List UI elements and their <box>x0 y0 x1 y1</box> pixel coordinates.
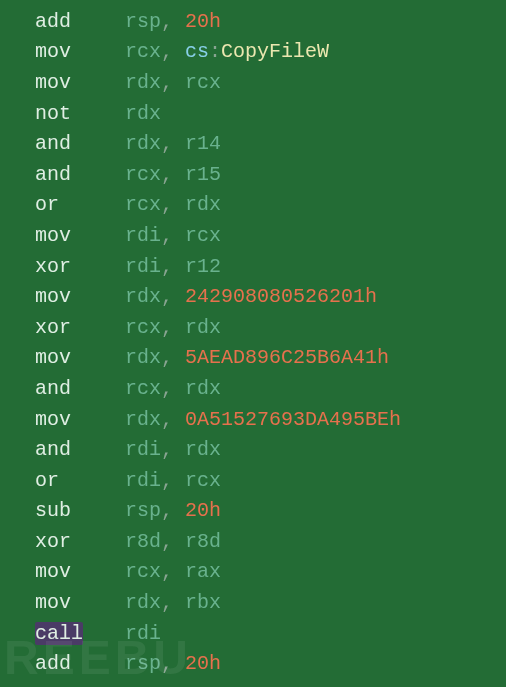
instruction-col: and <box>35 132 125 155</box>
instruction-col: call <box>35 622 125 645</box>
instruction-mnemonic: mov <box>35 560 71 583</box>
instruction-col: mov <box>35 40 125 63</box>
instruction-mnemonic: mov <box>35 224 71 247</box>
asm-line[interactable]: movrcx, cs:CopyFileW <box>0 37 506 68</box>
asm-line[interactable]: andrdi, rdx <box>0 434 506 465</box>
register-token: rdx <box>125 285 161 308</box>
instruction-mnemonic: mov <box>35 346 71 369</box>
register-token: rcx <box>125 193 161 216</box>
register-token: rdx <box>185 377 221 400</box>
punct-token: , <box>161 591 185 614</box>
instruction-mnemonic: xor <box>35 255 71 278</box>
asm-line[interactable]: xorrdi, r12 <box>0 251 506 282</box>
register-token: r12 <box>185 255 221 278</box>
register-token: rdx <box>185 316 221 339</box>
number-token: 20h <box>185 652 221 675</box>
register-token: r8d <box>185 530 221 553</box>
segment-token: cs <box>185 40 209 63</box>
register-token: rdx <box>125 71 161 94</box>
instruction-col: mov <box>35 560 125 583</box>
asm-line[interactable]: movrdx, rbx <box>0 587 506 618</box>
instruction-mnemonic: xor <box>35 316 71 339</box>
punct-token: , <box>161 316 185 339</box>
asm-line[interactable]: notrdx <box>0 98 506 129</box>
register-token: rdx <box>125 408 161 431</box>
asm-line[interactable]: andrdx, r14 <box>0 128 506 159</box>
disassembly-listing: addrsp, 20hmovrcx, cs:CopyFileWmovrdx, r… <box>0 0 506 679</box>
register-token: r8d <box>125 530 161 553</box>
register-token: rdx <box>125 132 161 155</box>
instruction-col: xor <box>35 530 125 553</box>
asm-line[interactable]: orrcx, rdx <box>0 190 506 221</box>
punct-token: , <box>161 499 185 522</box>
punct-token: , <box>161 408 185 431</box>
punct-token: , <box>161 163 185 186</box>
asm-line[interactable]: callrdi <box>0 618 506 649</box>
asm-line[interactable]: orrdi, rcx <box>0 465 506 496</box>
register-token: r14 <box>185 132 221 155</box>
register-token: rdi <box>125 255 161 278</box>
number-token: 20h <box>185 499 221 522</box>
register-token: rdx <box>185 193 221 216</box>
instruction-col: mov <box>35 285 125 308</box>
register-token: rdx <box>125 346 161 369</box>
instruction-mnemonic: xor <box>35 530 71 553</box>
register-token: rcx <box>125 377 161 400</box>
register-token: rbx <box>185 591 221 614</box>
asm-line[interactable]: movrdx, rcx <box>0 67 506 98</box>
punct-token: , <box>161 530 185 553</box>
instruction-mnemonic: sub <box>35 499 71 522</box>
register-token: rcx <box>185 469 221 492</box>
asm-line[interactable]: addrsp, 20h <box>0 6 506 37</box>
register-token: rdi <box>125 438 161 461</box>
asm-line[interactable]: movrcx, rax <box>0 557 506 588</box>
asm-line[interactable]: movrdx, 0A51527693DA495BEh <box>0 404 506 435</box>
punct-token: , <box>161 71 185 94</box>
register-token: rdi <box>125 622 161 645</box>
instruction-mnemonic: mov <box>35 40 71 63</box>
punct-token: , <box>161 40 185 63</box>
asm-line[interactable]: movrdi, rcx <box>0 220 506 251</box>
instruction-mnemonic: mov <box>35 285 71 308</box>
asm-line[interactable]: movrdx, 242908080526201h <box>0 281 506 312</box>
number-token: 242908080526201h <box>185 285 377 308</box>
asm-line[interactable]: xorr8d, r8d <box>0 526 506 557</box>
instruction-mnemonic: add <box>35 652 71 675</box>
asm-line[interactable]: subrsp, 20h <box>0 496 506 527</box>
register-token: rsp <box>125 499 161 522</box>
instruction-col: sub <box>35 499 125 522</box>
instruction-mnemonic: and <box>35 132 71 155</box>
register-token: rdx <box>185 438 221 461</box>
punct-token: , <box>161 377 185 400</box>
punct-token: , <box>161 193 185 216</box>
asm-line[interactable]: andrcx, rdx <box>0 373 506 404</box>
instruction-col: not <box>35 102 125 125</box>
punct-token: , <box>161 224 185 247</box>
asm-line[interactable]: addrsp, 20h <box>0 648 506 679</box>
number-token: 5AEAD896C25B6A41h <box>185 346 389 369</box>
instruction-col: or <box>35 469 125 492</box>
register-token: r15 <box>185 163 221 186</box>
register-token: rcx <box>185 224 221 247</box>
instruction-col: add <box>35 10 125 33</box>
number-token: 20h <box>185 10 221 33</box>
punct-token: : <box>209 40 221 63</box>
instruction-col: and <box>35 163 125 186</box>
instruction-col: add <box>35 652 125 675</box>
punct-token: , <box>161 469 185 492</box>
instruction-col: xor <box>35 316 125 339</box>
register-token: rdx <box>125 591 161 614</box>
instruction-mnemonic: or <box>35 469 59 492</box>
asm-line[interactable]: movrdx, 5AEAD896C25B6A41h <box>0 343 506 374</box>
instruction-col: mov <box>35 408 125 431</box>
asm-line[interactable]: xorrcx, rdx <box>0 312 506 343</box>
instruction-mnemonic: mov <box>35 591 71 614</box>
punct-token: , <box>161 255 185 278</box>
register-token: rdi <box>125 469 161 492</box>
punct-token: , <box>161 10 185 33</box>
asm-line[interactable]: andrcx, r15 <box>0 159 506 190</box>
instruction-col: xor <box>35 255 125 278</box>
register-token: rcx <box>125 163 161 186</box>
instruction-mnemonic: and <box>35 377 71 400</box>
instruction-col: and <box>35 438 125 461</box>
